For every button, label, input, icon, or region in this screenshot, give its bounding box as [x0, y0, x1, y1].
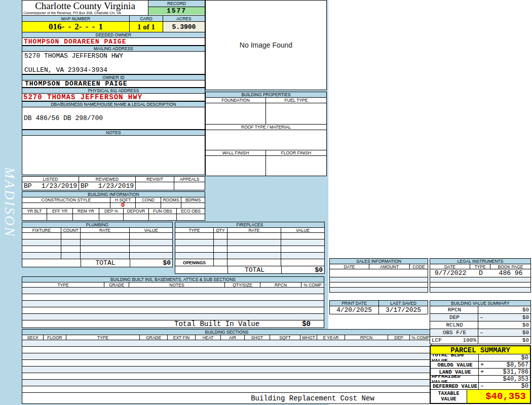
map-header-row: MAP NUMBER CARD ACRES — [22, 16, 205, 22]
rooms-value — [161, 203, 181, 208]
physical-address-panel: PHYSICAL 911 ADDRESS 5270 THOMAS JEFFERS… — [22, 88, 205, 101]
building-value-summary-panel: BUILDING VALUE SUMMARY RPCN $0 DEP –$0 R… — [430, 300, 531, 344]
bi-comp-label: % COMP — [301, 282, 324, 287]
bs-sqft-label: SQFT — [270, 335, 300, 340]
depovr-value — [124, 214, 149, 220]
table-row — [330, 282, 428, 288]
bdrms-value — [181, 203, 205, 208]
bvs-row: DEP –$0 — [430, 314, 530, 321]
bs-type-label: TYPE — [66, 335, 140, 340]
plumbing-panel: PLUMBING FIXTURE COUNT RATE VALUE TOTAL … — [22, 222, 173, 267]
roof-label: ROOF TYPE / MATERIAL — [241, 125, 291, 130]
record-label: RECORD — [148, 1, 205, 7]
record-box: RECORD 1577 — [148, 1, 205, 15]
print-date-label: PRINT DATE — [330, 301, 379, 306]
building-properties-panel: BUILDING PROPERTIES FOUNDATION FUEL TYPE… — [205, 92, 327, 176]
fireplaces-total-label: TOTAL — [228, 266, 282, 273]
bvs-row: OBS F/E –$0 — [430, 329, 530, 337]
li-type-value: D — [471, 269, 491, 277]
table-row — [22, 373, 431, 380]
sales-amount-label: AMOUNT — [369, 264, 410, 269]
built-ins-total-row: Total Built In Value $0 — [22, 320, 324, 328]
building-sections-footer-row: Building Replacement Cost New — [22, 393, 431, 403]
bi-type-label: TYPE — [22, 282, 104, 287]
table-row — [22, 340, 431, 347]
reviewed-label: REVIEWED — [79, 177, 136, 182]
plumbing-title: PLUMBING — [86, 222, 108, 227]
fireplaces-title: FIREPLACES — [237, 222, 263, 227]
physical-address-label: PHYSICAL 911 ADDRESS — [88, 88, 139, 93]
replacement-cost-label: Building Replacement Cost New — [251, 394, 374, 402]
table-row — [22, 380, 431, 386]
parcel-row: TOTAL BLDG VALUE $0 — [431, 354, 530, 361]
bvs-row: RPCN $0 — [430, 306, 530, 314]
parcel-row: APPRAISED VALUE $40,353 — [431, 376, 530, 383]
bs-whgt-label: WHGT — [300, 335, 317, 340]
building-sections-panel: BUILDING SECTIONS SEC# FLOOR TYPE GRADE … — [22, 329, 432, 404]
foundation-label: FOUNDATION — [206, 98, 266, 103]
building-information-title: BUILDING INFORMATION — [88, 192, 139, 197]
sales-information-panel: SALES INFORMATION DATE AMOUNT CODE — [329, 258, 428, 293]
listed-label: LISTED — [22, 177, 79, 182]
bs-extfin-label: EXT FIN — [168, 335, 196, 340]
bi-notes-label: NOTES — [129, 282, 225, 287]
openings-row: OPENINGS — [175, 259, 324, 266]
building-information-panel: BUILDING INFORMATION CONSTRUCTION STYLE … — [22, 191, 205, 221]
built-ins-total-label: Total Built In Value — [174, 320, 259, 328]
table-row — [22, 360, 431, 367]
roof-value — [206, 130, 326, 150]
li-date-value: 9/7/2022 — [430, 269, 471, 277]
table-row — [175, 239, 324, 246]
table-row — [22, 386, 431, 393]
building-properties-title: BUILDING PROPERTIES — [241, 92, 290, 97]
fp-qty-label: QTY — [214, 228, 227, 232]
owner-id-label: OWNER ID — [102, 75, 124, 80]
last-saved-label: LAST SAVED — [379, 301, 428, 306]
fireplaces-panel: FIREPLACES TYPE QTY RATE VALUE OPENINGS … — [175, 222, 325, 274]
eff-yr-label: EFF YR — [47, 209, 73, 214]
mailing-line2: CULLEN, VA 23934-3934 — [24, 66, 203, 74]
listed-value: BP1/23/2019 — [22, 182, 79, 190]
deeded-owner-label: DEEDED OWNER — [96, 32, 131, 37]
fp-rate-label: RATE — [227, 228, 281, 232]
table-row — [22, 233, 172, 239]
table-row — [430, 282, 530, 288]
construction-style-label: CONSTRUCTION STYLE — [22, 197, 110, 202]
fp-type-label: TYPE — [175, 228, 214, 232]
parcel-row: OBLDG VALUE +$8,567 — [431, 361, 530, 369]
print-date-value: 4/20/2025 — [330, 306, 379, 314]
eco-obs-value — [177, 214, 205, 220]
rem-yr-label: REM YR — [73, 209, 99, 214]
plumbing-total-value: $0 — [130, 259, 172, 267]
table-row — [22, 301, 324, 307]
dba-label: DBA/BUISNESS NAME/HOUSE NAME & LEGAL DES… — [51, 102, 176, 107]
foundation-value — [206, 103, 266, 124]
bs-sec-label: SEC# — [22, 335, 44, 340]
h-sqft-label: H SQFT — [110, 197, 136, 202]
map-number-label: MAP NUMBER — [22, 16, 130, 21]
bi-qty-size-label: QTY/SIZE — [225, 282, 260, 287]
fp-value-label: VALUE — [281, 228, 324, 232]
deeded-owner-panel: DEEDED OWNER THOMPSON DORAREEN PAIGE — [22, 32, 205, 46]
table-row — [330, 269, 428, 277]
legal-instruments-title: LEGAL INSTRUMENTS — [458, 259, 504, 264]
table-row — [330, 277, 428, 282]
li-type-label: TYPE — [470, 264, 490, 269]
legal-instruments-panel: LEGAL INSTRUMENTS DATE TYPE BOOK PAGE 9/… — [430, 258, 531, 293]
built-ins-panel: BUILDING BUILT INS, BASEMENTS, ATTICS & … — [22, 276, 324, 328]
acres-value: 5.3900 — [163, 22, 205, 32]
notes-panel: NOTES — [22, 130, 205, 175]
table-row — [175, 246, 324, 253]
bi-grade-label: GRADE — [104, 282, 129, 287]
bs-comp-label: % COMP — [410, 335, 431, 340]
sales-code-label: CODE — [410, 264, 428, 269]
fuel-type-value — [266, 103, 326, 124]
acres-label: ACRES — [163, 16, 205, 21]
mailing-address-label: MAILING ADDRESS — [94, 46, 133, 51]
li-book-page-value: 486 96 — [491, 269, 530, 277]
yr-blt-label: YR BLT — [22, 209, 47, 214]
fireplaces-total-value: $0 — [282, 266, 324, 273]
table-row — [22, 314, 324, 320]
count-label: COUNT — [61, 228, 81, 232]
visits-panel: LISTED REVIEWED REVISIT APPEALS BP1/23/2… — [22, 176, 205, 190]
